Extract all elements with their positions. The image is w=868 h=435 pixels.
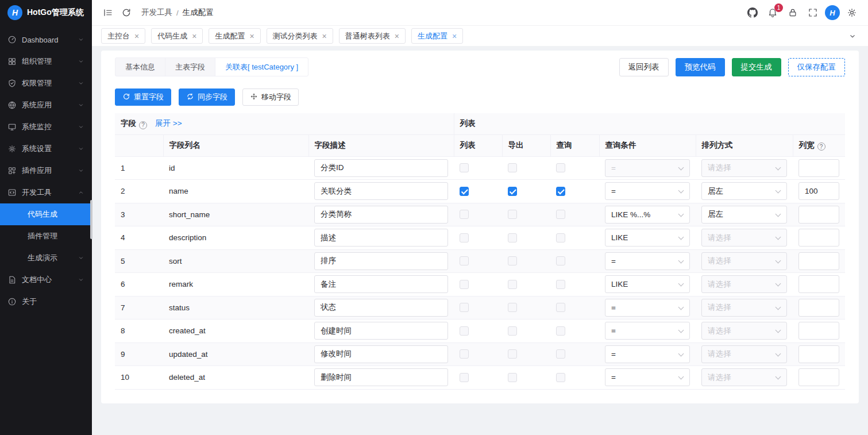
sidebar-item-doc-center[interactable]: 文档中心 (0, 269, 92, 291)
config-tab-2[interactable]: 关联表[ testCategory ] (215, 57, 308, 76)
lock-screen-icon[interactable] (785, 5, 801, 21)
export-checkbox[interactable] (508, 210, 517, 219)
query-checkbox[interactable] (556, 187, 565, 196)
export-checkbox[interactable] (508, 373, 517, 382)
sidebar-item-plugin-manage[interactable]: 插件管理 (0, 225, 92, 247)
query-checkbox[interactable] (556, 233, 565, 242)
field-desc-input[interactable] (314, 182, 448, 200)
export-checkbox[interactable] (508, 349, 517, 359)
reset-fields-button[interactable]: 重置字段 (115, 88, 171, 106)
sync-fields-button[interactable]: 同步字段 (179, 88, 235, 106)
config-tab-0[interactable]: 基本信息 (115, 57, 165, 76)
condition-select[interactable]: = (605, 345, 690, 363)
close-icon[interactable]: × (395, 32, 399, 40)
align-select[interactable]: 请选择 (701, 368, 787, 386)
condition-select[interactable]: = (605, 159, 690, 177)
align-select[interactable]: 请选择 (701, 345, 787, 363)
list-checkbox[interactable] (460, 349, 469, 359)
sidebar-item-org-manage[interactable]: 组织管理 (0, 51, 92, 72)
list-checkbox[interactable] (460, 210, 469, 219)
sidebar-item-system-monitor[interactable]: 系统监控 (0, 116, 92, 138)
align-select[interactable]: 请选择 (701, 275, 787, 293)
sidebar-scrollbar-thumb[interactable] (90, 200, 92, 239)
tab-5[interactable]: 生成配置× (411, 28, 463, 44)
sidebar-item-system-app[interactable]: 系统应用 (0, 94, 92, 116)
query-checkbox[interactable] (556, 163, 565, 172)
column-width-input[interactable] (798, 368, 839, 386)
list-checkbox[interactable] (460, 233, 469, 242)
field-desc-input[interactable] (314, 345, 448, 363)
export-checkbox[interactable] (508, 256, 517, 265)
condition-select[interactable]: = (605, 322, 690, 340)
column-width-input[interactable] (798, 229, 839, 247)
condition-select[interactable]: LIKE (605, 229, 690, 247)
save-config-only-button[interactable]: 仅保存配置 (788, 58, 846, 76)
refresh-icon[interactable] (118, 5, 134, 21)
column-width-input[interactable] (798, 275, 839, 293)
back-to-list-button[interactable]: 返回列表 (619, 58, 669, 76)
sidebar-item-generate-demo[interactable]: 生成演示 (0, 247, 92, 269)
sidebar-item-permission-manage[interactable]: 权限管理 (0, 72, 92, 94)
query-checkbox[interactable] (556, 373, 565, 382)
column-width-input[interactable] (798, 182, 839, 200)
list-checkbox[interactable] (460, 280, 469, 289)
align-select[interactable]: 请选择 (701, 159, 787, 177)
github-icon[interactable] (744, 5, 761, 21)
query-checkbox[interactable] (556, 210, 565, 219)
config-tab-1[interactable]: 主表字段 (165, 57, 215, 76)
condition-select[interactable]: = (605, 252, 690, 270)
query-checkbox[interactable] (556, 326, 565, 336)
sidebar-item-dev-tools[interactable]: 开发工具 (0, 182, 92, 203)
chevron-down-icon[interactable] (846, 30, 859, 43)
query-checkbox[interactable] (556, 280, 565, 289)
tab-2[interactable]: 生成配置× (209, 28, 260, 44)
export-checkbox[interactable] (508, 303, 517, 312)
query-checkbox[interactable] (556, 349, 565, 359)
field-desc-input[interactable] (314, 299, 448, 317)
list-checkbox[interactable] (460, 303, 469, 312)
field-desc-input[interactable] (314, 368, 448, 386)
sidebar-item-dashboard[interactable]: Dashboard (0, 29, 92, 51)
list-checkbox[interactable] (460, 163, 469, 172)
list-checkbox[interactable] (460, 256, 469, 265)
query-checkbox[interactable] (556, 303, 565, 312)
column-width-input[interactable] (798, 299, 839, 317)
condition-select[interactable]: LIKE %...% (605, 206, 690, 224)
list-checkbox[interactable] (460, 187, 469, 196)
condition-select[interactable]: LIKE (605, 275, 690, 293)
column-width-input[interactable] (798, 345, 839, 363)
settings-gear-icon[interactable] (844, 5, 860, 21)
breadcrumb-parent[interactable]: 开发工具 (141, 7, 172, 18)
close-icon[interactable]: × (192, 32, 196, 40)
close-icon[interactable]: × (322, 32, 327, 40)
align-select[interactable]: 请选择 (701, 299, 787, 317)
close-icon[interactable]: × (452, 32, 457, 40)
tab-0[interactable]: 主控台× (101, 28, 145, 44)
condition-select[interactable]: = (605, 182, 690, 200)
align-select[interactable]: 请选择 (701, 229, 787, 247)
close-icon[interactable]: × (249, 32, 254, 40)
list-checkbox[interactable] (460, 326, 469, 336)
condition-select[interactable]: = (605, 368, 690, 386)
field-desc-input[interactable] (314, 229, 448, 247)
field-desc-input[interactable] (314, 252, 448, 270)
align-select[interactable]: 请选择 (701, 252, 787, 270)
field-desc-input[interactable] (314, 159, 448, 177)
column-width-input[interactable] (798, 159, 839, 177)
tab-4[interactable]: 普通树表列表× (339, 28, 406, 44)
align-select[interactable]: 居左 (701, 206, 787, 224)
menu-collapse-icon[interactable] (100, 5, 116, 21)
export-checkbox[interactable] (508, 326, 517, 336)
export-checkbox[interactable] (508, 187, 517, 196)
tab-3[interactable]: 测试分类列表× (267, 28, 333, 44)
export-checkbox[interactable] (508, 233, 517, 242)
sidebar-item-about[interactable]: 关于 (0, 291, 92, 313)
close-icon[interactable]: × (134, 32, 139, 40)
notification-bell-icon[interactable]: 1 (765, 5, 781, 21)
tab-1[interactable]: 代码生成× (151, 28, 203, 44)
field-desc-input[interactable] (314, 206, 448, 224)
list-checkbox[interactable] (460, 373, 469, 382)
user-avatar[interactable]: H (825, 5, 840, 20)
sidebar-item-code-generate[interactable]: 代码生成 (0, 203, 92, 225)
condition-select[interactable]: = (605, 299, 690, 317)
